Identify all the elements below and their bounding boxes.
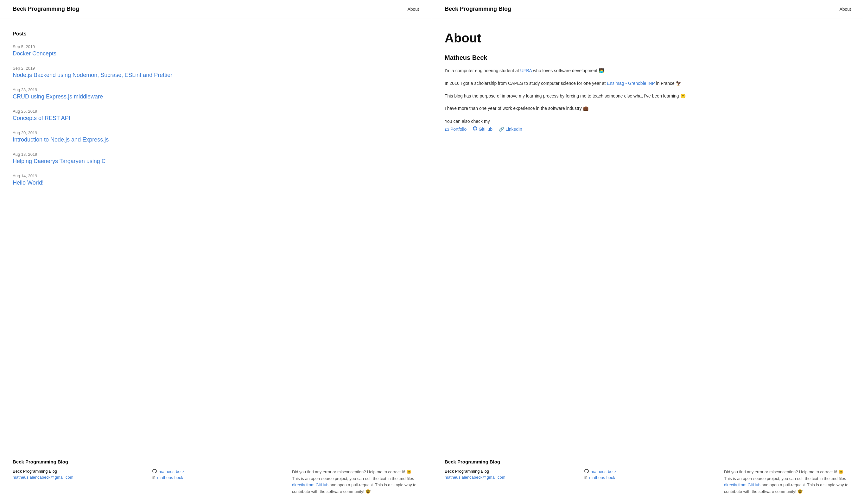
post-date-6: Aug 18, 2019 (13, 152, 419, 157)
left-footer-blog-name: Beck Programming Blog (13, 469, 140, 474)
post-link-7[interactable]: Hello World! (13, 180, 44, 186)
post-date-7: Aug 14, 2019 (13, 173, 419, 178)
left-footer-github-files-link[interactable]: directly from GitHub (292, 482, 328, 487)
portfolio-link[interactable]: 🗂 Portfolio (445, 127, 467, 132)
right-linkedin-icon: in (584, 475, 587, 480)
left-footer-linkedin-row: in matheus-beck (152, 475, 279, 480)
post-item-2: Sep 2, 2019 Node.js Backend using Nodemo… (13, 66, 419, 78)
right-footer-col-social: matheus-beck in matheus-beck (584, 469, 711, 495)
post-link-5[interactable]: Introduction to Node.js and Express.js (13, 136, 109, 143)
left-footer-col-desc: Did you find any error or misconception?… (292, 469, 419, 495)
post-date-4: Aug 25, 2019 (13, 109, 419, 114)
right-footer-cols: Beck Programming Blog matheus.alencabeck… (445, 469, 851, 495)
right-footer-linkedin-row: in matheus-beck (584, 475, 711, 480)
about-check-label: You can also check my (445, 119, 851, 124)
right-main-content: About Matheus Beck I'm a computer engine… (432, 19, 864, 450)
left-panel: Beck Programming Blog About Posts Sep 5,… (0, 0, 432, 504)
post-item-5: Aug 20, 2019 Introduction to Node.js and… (13, 131, 419, 143)
linkedin-icon: in (152, 475, 155, 480)
post-item-3: Aug 28, 2019 CRUD using Express.js middl… (13, 87, 419, 100)
about-links-row: 🗂 Portfolio GitHub 🔗 LinkedIn (445, 126, 851, 132)
left-nav-about-link[interactable]: About (407, 7, 419, 12)
posts-list: Sep 5, 2019 Docker Concepts Sep 2, 2019 … (13, 44, 419, 186)
left-footer: Beck Programming Blog Beck Programming B… (0, 450, 432, 504)
github-icon (152, 469, 157, 474)
right-footer-col-desc: Did you find any error or misconception?… (724, 469, 851, 495)
github-profile-link[interactable]: GitHub (473, 126, 492, 132)
left-footer-desc: Did you find any error or misconception?… (292, 469, 419, 495)
right-nav-title: Beck Programming Blog (445, 6, 511, 12)
post-item-6: Aug 18, 2019 Helping Daenerys Targaryen … (13, 152, 419, 164)
post-link-6[interactable]: Helping Daenerys Targaryen using C (13, 158, 106, 164)
post-item-4: Aug 25, 2019 Concepts of REST API (13, 109, 419, 122)
posts-heading: Posts (13, 31, 419, 37)
post-date-1: Sep 5, 2019 (13, 44, 419, 49)
right-footer-email[interactable]: matheus.alencabeck@gmail.com (445, 475, 572, 480)
post-link-3[interactable]: CRUD using Express.js middleware (13, 94, 103, 100)
about-para-3: This blog has the purpose of improve my … (445, 93, 851, 100)
right-github-icon (584, 469, 589, 474)
portfolio-icon: 🗂 (445, 127, 449, 132)
post-date-3: Aug 28, 2019 (13, 87, 419, 92)
right-footer-github-files-link[interactable]: directly from GitHub (724, 482, 760, 487)
right-footer-github-link[interactable]: matheus-beck (591, 469, 617, 474)
right-footer-github-row: matheus-beck (584, 469, 711, 474)
about-para-4: I have more than one year of work experi… (445, 105, 851, 112)
post-date-2: Sep 2, 2019 (13, 66, 419, 71)
post-item-1: Sep 5, 2019 Docker Concepts (13, 44, 419, 57)
post-item-7: Aug 14, 2019 Hello World! (13, 173, 419, 186)
post-link-4[interactable]: Concepts of REST API (13, 115, 70, 121)
github-profile-icon (473, 126, 477, 132)
linkedin-profile-link[interactable]: 🔗 LinkedIn (499, 127, 522, 132)
right-footer-desc: Did you find any error or misconception?… (724, 469, 851, 495)
left-footer-email[interactable]: matheus.alencabeck@gmail.com (13, 475, 140, 480)
right-footer-blog-name: Beck Programming Blog (445, 469, 572, 474)
left-footer-linkedin-link[interactable]: matheus-beck (157, 475, 183, 480)
left-footer-title: Beck Programming Blog (13, 459, 419, 465)
right-footer-linkedin-link[interactable]: matheus-beck (589, 475, 615, 480)
right-panel: Beck Programming Blog About About Matheu… (432, 0, 864, 504)
left-footer-col-social: matheus-beck in matheus-beck (152, 469, 279, 495)
link-icon: 🔗 (499, 127, 504, 132)
left-footer-github-link[interactable]: matheus-beck (159, 469, 185, 474)
about-para-2: In 2016 I got a scholarship from CAPES t… (445, 80, 851, 87)
post-date-5: Aug 20, 2019 (13, 131, 419, 135)
left-nav: Beck Programming Blog About (0, 0, 432, 19)
ufba-link[interactable]: UFBA (520, 68, 532, 73)
left-nav-title: Beck Programming Blog (13, 6, 79, 12)
about-heading: About (445, 31, 851, 45)
left-main-content: Posts Sep 5, 2019 Docker Concepts Sep 2,… (0, 19, 432, 450)
post-link-1[interactable]: Docker Concepts (13, 50, 56, 57)
about-links-section: You can also check my 🗂 Portfolio GitHub… (445, 119, 851, 132)
right-footer: Beck Programming Blog Beck Programming B… (432, 450, 864, 504)
post-link-2[interactable]: Node.js Backend using Nodemon, Sucrase, … (13, 72, 172, 78)
left-footer-cols: Beck Programming Blog matheus.alencabeck… (13, 469, 419, 495)
ensimag-link[interactable]: Ensimag - Grenoble INP (607, 81, 655, 86)
left-footer-col-contact: Beck Programming Blog matheus.alencabeck… (13, 469, 140, 495)
right-nav-about-link[interactable]: About (839, 7, 851, 12)
about-author-name: Matheus Beck (445, 54, 851, 61)
right-footer-col-contact: Beck Programming Blog matheus.alencabeck… (445, 469, 572, 495)
right-nav: Beck Programming Blog About (432, 0, 864, 19)
about-para-1: I'm a computer engineering student at UF… (445, 67, 851, 75)
left-footer-github-row: matheus-beck (152, 469, 279, 474)
right-footer-title: Beck Programming Blog (445, 459, 851, 465)
